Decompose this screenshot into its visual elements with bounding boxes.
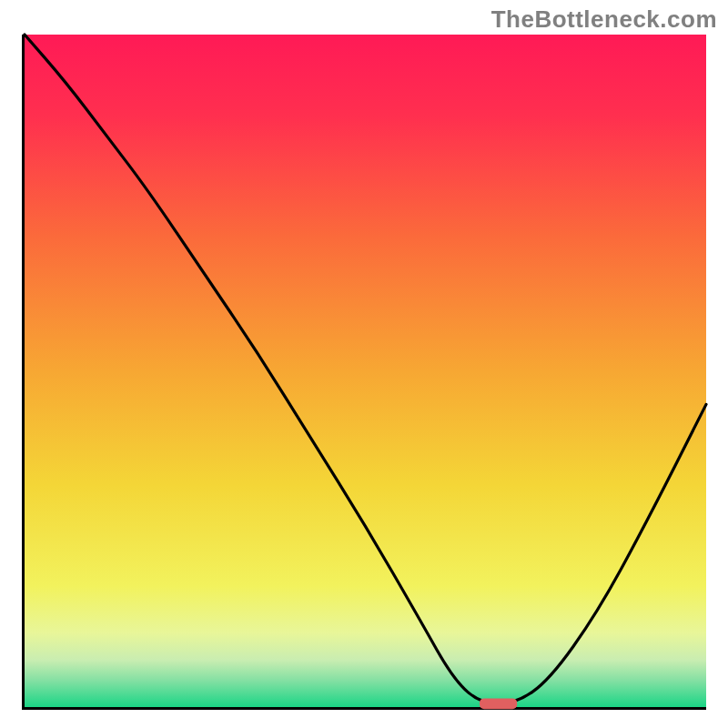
curve-layer [25, 35, 706, 707]
optimum-marker [480, 698, 517, 709]
watermark-text: TheBottleneck.com [491, 5, 717, 34]
chart-container: TheBottleneck.com [0, 0, 728, 728]
plot-area [22, 35, 706, 710]
bottleneck-curve [25, 35, 706, 703]
